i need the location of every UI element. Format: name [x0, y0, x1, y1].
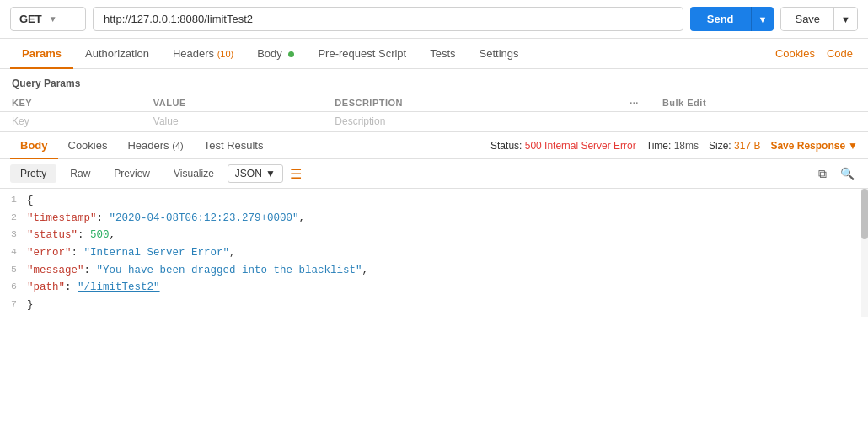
line-content: "path": "/limitTest2"	[27, 279, 160, 297]
tab-prerequest[interactable]: Pre-request Script	[306, 39, 418, 68]
line-number: 5	[0, 262, 27, 278]
tab-authorization[interactable]: Authorization	[73, 39, 161, 68]
code-line: 1{	[0, 192, 868, 210]
response-section: Body Cookies Headers (4) Test Results St…	[0, 131, 868, 317]
code-line: 6"path": "/limitTest2"	[0, 279, 868, 297]
res-tab-body[interactable]: Body	[10, 132, 58, 158]
method-selector[interactable]: GET ▼	[10, 7, 86, 31]
view-tabs: Pretty Raw Preview Visualize JSON ▼ ☰ ⧉ …	[0, 159, 868, 189]
line-content: "status": 500,	[27, 227, 115, 244]
method-chevron-icon: ▼	[49, 14, 57, 24]
status-label: Status: 500 Internal Server Error	[490, 140, 636, 152]
save-response-button[interactable]: Save Response ▼	[770, 140, 858, 152]
line-content: }	[27, 297, 34, 314]
time-value: 18ms	[674, 140, 699, 152]
method-label: GET	[19, 13, 42, 25]
line-number: 1	[0, 192, 27, 208]
search-icon[interactable]: 🔍	[837, 165, 858, 182]
tab-settings[interactable]: Settings	[468, 39, 531, 68]
code-link[interactable]: Code	[822, 39, 858, 68]
format-label: JSON	[235, 168, 262, 179]
response-meta: Status: 500 Internal Server Error Time: …	[490, 140, 858, 152]
code-line: 4"error": "Internal Server Error",	[0, 244, 868, 262]
view-tab-pretty[interactable]: Pretty	[10, 164, 56, 183]
format-selector[interactable]: JSON ▼	[228, 164, 283, 183]
view-tab-right: ⧉ 🔍	[815, 165, 858, 183]
value-placeholder[interactable]: Value	[142, 112, 324, 131]
code-area: 1{2"timestamp": "2020-04-08T06:12:23.279…	[0, 189, 868, 317]
url-input[interactable]	[93, 7, 683, 31]
code-line: 2"timestamp": "2020-04-08T06:12:23.279+0…	[0, 210, 868, 228]
response-tabs: Body Cookies Headers (4) Test Results St…	[0, 132, 868, 159]
tab-params[interactable]: Params	[10, 39, 73, 68]
view-tab-preview[interactable]: Preview	[104, 164, 160, 183]
bulk-edit-link[interactable]: Bulk Edit	[651, 94, 868, 112]
scrollbar-track[interactable]	[861, 189, 868, 317]
res-tab-cookies[interactable]: Cookies	[58, 132, 118, 158]
query-params-label: Query Params	[0, 69, 868, 94]
wrap-icon[interactable]: ☰	[290, 166, 302, 182]
url-bar: GET ▼ Send ▼ Save ▼	[0, 0, 868, 39]
save-dropdown-button[interactable]: ▼	[833, 8, 857, 30]
line-content: "message": "You have been dragged into t…	[27, 262, 368, 280]
view-tab-visualize[interactable]: Visualize	[163, 164, 224, 183]
description-placeholder[interactable]: Description	[323, 112, 618, 131]
params-empty-row: Key Value Description	[0, 112, 868, 131]
line-number: 2	[0, 210, 27, 226]
send-dropdown-button[interactable]: ▼	[751, 7, 774, 31]
tab-tests[interactable]: Tests	[418, 39, 467, 68]
res-tab-testresults[interactable]: Test Results	[194, 132, 274, 158]
tab-headers[interactable]: Headers (10)	[161, 39, 245, 68]
request-tabs: Params Authorization Headers (10) Body P…	[0, 39, 868, 69]
line-number: 7	[0, 297, 27, 313]
line-number: 3	[0, 227, 27, 243]
col-key: KEY	[0, 94, 142, 112]
res-tab-headers[interactable]: Headers (4)	[117, 132, 193, 158]
key-placeholder[interactable]: Key	[0, 112, 142, 131]
view-tab-raw[interactable]: Raw	[60, 164, 100, 183]
send-button-group: Send ▼	[690, 7, 774, 31]
send-button[interactable]: Send	[690, 7, 751, 31]
params-table: KEY VALUE DESCRIPTION ··· Bulk Edit Key …	[0, 94, 868, 131]
line-number: 4	[0, 244, 27, 260]
time-label: Time: 18ms	[646, 140, 699, 152]
cookies-link[interactable]: Cookies	[770, 39, 820, 68]
query-params-section: Query Params KEY VALUE DESCRIPTION ··· B…	[0, 69, 868, 131]
status-value: 500 Internal Server Error	[525, 140, 636, 152]
col-more[interactable]: ···	[618, 94, 651, 112]
save-response-chevron-icon: ▼	[848, 140, 858, 152]
save-button-group: Save ▼	[780, 7, 858, 31]
tab-body[interactable]: Body	[245, 39, 306, 68]
code-line: 5"message": "You have been dragged into …	[0, 262, 868, 280]
scrollbar-thumb[interactable]	[861, 189, 868, 239]
size-value: 317 B	[734, 140, 760, 152]
col-description: DESCRIPTION	[323, 94, 618, 112]
format-chevron-icon: ▼	[265, 168, 276, 179]
line-content: "timestamp": "2020-04-08T06:12:23.279+00…	[27, 210, 305, 228]
size-label: Size: 317 B	[709, 140, 760, 152]
copy-icon[interactable]: ⧉	[815, 165, 830, 183]
line-content: {	[27, 192, 34, 210]
save-button[interactable]: Save	[781, 8, 833, 30]
col-value: VALUE	[142, 94, 324, 112]
line-content: "error": "Internal Server Error",	[27, 244, 236, 262]
line-number: 6	[0, 279, 27, 295]
code-line: 7}	[0, 297, 868, 314]
tab-right-links: Cookies Code	[770, 39, 858, 68]
code-line: 3"status": 500,	[0, 227, 868, 244]
